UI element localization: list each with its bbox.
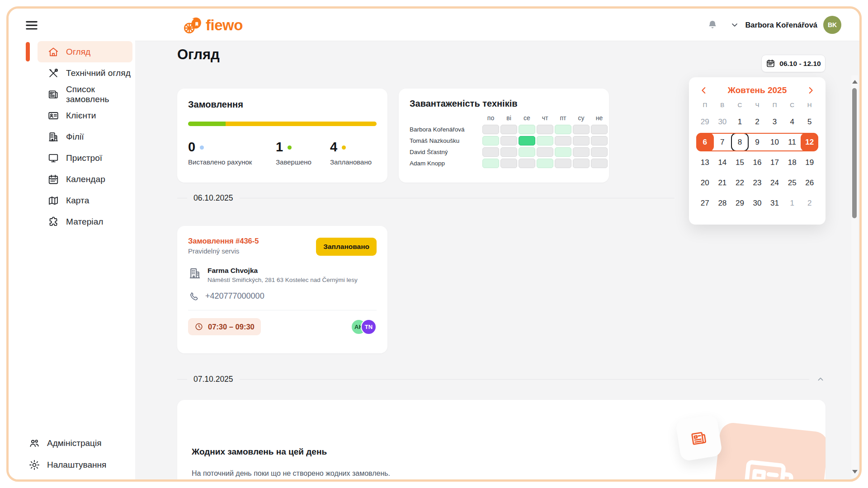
user-menu[interactable]: Barbora Kořenářová BK	[730, 16, 841, 34]
admin-icon	[28, 437, 40, 449]
scrollbar-up-arrow[interactable]	[852, 80, 858, 84]
sidebar-item-calendar[interactable]: Календар	[38, 169, 132, 190]
calendar-day-1[interactable]: 1	[731, 113, 749, 131]
calendar-day-23[interactable]: 23	[749, 174, 766, 192]
logo[interactable]: fiewo	[182, 15, 243, 36]
calendar-day-7[interactable]: 7	[714, 133, 731, 151]
sidebar-item-home[interactable]: Огляд	[38, 41, 132, 62]
calendar-day-29[interactable]: 29	[696, 113, 714, 131]
calendar-day-15[interactable]: 15	[731, 153, 749, 172]
calendar-day-14[interactable]: 14	[714, 153, 731, 172]
calendar-week-row: 293012345	[696, 113, 818, 131]
calendar-day-11[interactable]: 11	[783, 133, 801, 151]
calendar-day-2[interactable]: 2	[801, 194, 818, 212]
date-range-button[interactable]: 06.10 - 12.10	[761, 55, 826, 72]
calendar-day-22[interactable]: 22	[731, 174, 749, 192]
calendar-day-1[interactable]: 1	[783, 194, 801, 212]
workload-cell-off	[555, 159, 571, 168]
orders-summary-card: Замовлення 0Виставлено рахунок1Завершено…	[177, 89, 387, 183]
notifications-bell-icon[interactable]	[707, 19, 718, 31]
calendar-day-9[interactable]: 9	[749, 133, 766, 151]
calendar-day-30[interactable]: 30	[714, 113, 731, 131]
sidebar-item-settings[interactable]: Налаштування	[9, 454, 135, 476]
calendar-day-24[interactable]: 24	[766, 174, 783, 192]
calendar-day-2[interactable]: 2	[749, 113, 766, 131]
scrollbar-thumb[interactable]	[852, 88, 857, 218]
calendar-day-6[interactable]: 6	[696, 133, 714, 151]
calendar-day-27[interactable]: 27	[696, 194, 714, 212]
assignee-avatar-TN[interactable]: TN	[361, 319, 377, 335]
calendar-weekday-header: П	[696, 102, 714, 108]
calendar-day-28[interactable]: 28	[714, 194, 731, 212]
hamburger-menu-icon[interactable]	[24, 18, 39, 31]
calendar-weekday-header: П	[766, 102, 783, 108]
workload-cell-off	[591, 125, 608, 134]
material-icon	[47, 216, 59, 228]
collapse-chevron-up-icon[interactable]	[816, 374, 826, 384]
orders-progress-bar	[188, 122, 377, 126]
calendar-day-31[interactable]: 31	[766, 194, 783, 212]
calendar-prev-icon[interactable]	[699, 85, 709, 95]
calendar-day-headers: ПВСЧПСН	[696, 102, 818, 108]
clients-icon	[47, 110, 59, 122]
workload-cell-off	[555, 136, 571, 145]
technician-name: Adam Knopp	[410, 160, 481, 167]
calendar-day-21[interactable]: 21	[714, 174, 731, 192]
sidebar-item-tools[interactable]: Технічний огляд	[38, 62, 132, 84]
calendar-day-16[interactable]: 16	[749, 153, 766, 172]
sidebar-item-building[interactable]: Філії	[38, 126, 132, 147]
sidebar-nav: ОглядТехнічний оглядСписок замовленьКліє…	[9, 41, 135, 232]
workload-cell-off	[500, 159, 517, 168]
phone-icon	[188, 291, 199, 302]
header-controls: Barbora Kořenářová BK	[707, 9, 841, 41]
workload-cell-light	[537, 159, 553, 168]
calendar-day-17[interactable]: 17	[766, 153, 783, 172]
scrollbar-down-arrow[interactable]	[852, 470, 858, 474]
sidebar-item-label: Налаштування	[47, 460, 106, 470]
calendar-day-8[interactable]: 8	[731, 133, 749, 151]
calendar-day-20[interactable]: 20	[696, 174, 714, 192]
order-stat: 0Виставлено рахунок	[188, 141, 276, 166]
sidebar-item-material[interactable]: Матеріал	[38, 211, 132, 232]
sidebar-item-orders[interactable]: Список замовлень	[38, 84, 132, 105]
home-icon	[47, 46, 59, 58]
sidebar-item-map[interactable]: Карта	[38, 190, 132, 211]
client-phone[interactable]: +420777000000	[205, 291, 264, 301]
sidebar-item-admin[interactable]: Адміністрація	[9, 432, 135, 454]
workload-cell-light	[482, 136, 499, 145]
empty-state-decoration-small	[675, 414, 722, 461]
workload-card-title: Завантаженість техніків	[410, 99, 598, 109]
sidebar-item-device[interactable]: Пристрої	[38, 147, 132, 169]
day-divider-1: 06.10.2025	[177, 193, 675, 203]
user-avatar[interactable]: BK	[823, 16, 841, 34]
calendar-next-icon[interactable]	[806, 85, 816, 95]
workload-cell-off	[573, 159, 590, 168]
calendar-day-19[interactable]: 19	[801, 153, 818, 172]
calendar-day-12[interactable]: 12	[801, 133, 818, 151]
order-card[interactable]: Замовлення #436-5 Pravidelný servis Запл…	[177, 226, 387, 353]
calendar-day-5[interactable]: 5	[801, 113, 818, 131]
stat-value: 0	[188, 141, 195, 154]
workload-cell-off	[591, 136, 608, 145]
calendar-day-18[interactable]: 18	[783, 153, 801, 172]
calendar-icon	[47, 174, 59, 185]
calendar-day-10[interactable]: 10	[766, 133, 783, 151]
order-phone-row: +420777000000	[188, 291, 377, 302]
order-time-pill: 07:30 – 09:30	[188, 318, 261, 335]
calendar-day-13[interactable]: 13	[696, 153, 714, 172]
order-time-range: 07:30 – 09:30	[208, 323, 255, 331]
technician-name: David Šťastný	[410, 149, 481, 155]
technician-name: Tomáš Nazkoušku	[410, 137, 481, 144]
calendar-day-29[interactable]: 29	[731, 194, 749, 212]
calendar-day-4[interactable]: 4	[783, 113, 801, 131]
workload-cell-off	[482, 147, 499, 157]
calendar-day-25[interactable]: 25	[783, 174, 801, 192]
calendar-day-26[interactable]: 26	[801, 174, 818, 192]
calendar-day-3[interactable]: 3	[766, 113, 783, 131]
workload-heatmap: повісечтптсунеBarbora KořenářováTomáš Na…	[410, 114, 598, 168]
order-client-row: Farma Chvojka Náměstí Smiřických, 281 63…	[188, 267, 377, 283]
calendar-week-row: 13141516171819	[696, 153, 818, 172]
sidebar-item-label: Список замовлень	[66, 84, 132, 104]
sidebar-item-clients[interactable]: Клієнти	[38, 105, 132, 126]
calendar-day-30[interactable]: 30	[749, 194, 766, 212]
